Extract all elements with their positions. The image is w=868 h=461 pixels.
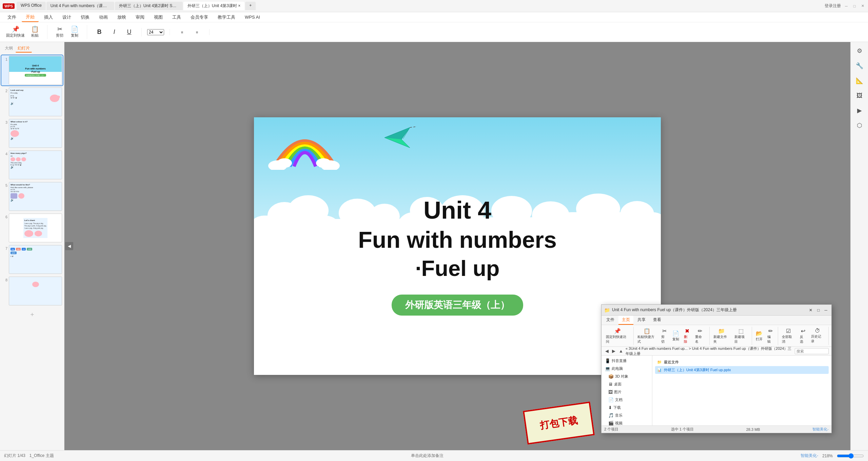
fe-forward-btn[interactable]: ▶ [611,348,616,354]
fe-btn-delete[interactable]: ✖ 删除 [682,327,692,345]
maximize-button[interactable]: □ [852,3,857,9]
tab-4-active[interactable]: 外研三（上）Unit 4第3课时 × [183,2,244,10]
fe-search-input[interactable] [795,348,829,354]
ribbon-tab-file[interactable]: 文件 [3,13,20,22]
ribbon-tab-home[interactable]: 开始 [22,13,39,22]
fe-file-pptx[interactable]: 📊 外研三（上）Unit 4第3课时 Fuel up.pptx [655,366,829,374]
align-left-button[interactable]: ≡ [175,29,189,35]
add-slide-button[interactable]: ＋ [1,307,63,321]
fe-btn-pin[interactable]: 📌 固定到快速访问 [604,327,631,345]
ribbon-tab-insert[interactable]: 插入 [40,13,57,22]
ribbon-tab-wpsai[interactable]: WPS AI [241,13,264,21]
fe-sidebar-music[interactable]: 🎵 音乐 [601,412,652,419]
fe-sidebar-docs[interactable]: 📄 文档 [601,396,652,404]
tab-3[interactable]: 外研三（上）Unit 4第2课时 Speed [115,2,183,10]
audio-icon-3[interactable]: 🔊 [11,137,14,140]
ribbon-btn-bold[interactable]: B [93,28,106,37]
ribbon-btn-paste[interactable]: 📋 粘贴 [28,25,42,39]
ribbon-group-clipboard: 📌 固定到快速 📋 粘贴 [4,25,47,39]
slide-img-8 [9,277,62,305]
fe-sidebar-desktop[interactable]: 🖥 桌面 [601,380,652,388]
left-icon-1[interactable]: ◀ [65,242,73,250]
minimize-button[interactable]: ─ [844,3,849,9]
fe-btn-rename[interactable]: ✏ 重命名 [693,327,706,345]
login-button[interactable]: 登录注册 [825,3,841,9]
right-btn-1[interactable]: ⚙ [853,45,866,57]
file-explorer-window: 📁 Unit 4 Fun with numbers Fuel up（课件）外研版… [601,304,832,433]
fe-rtab-home[interactable]: 主页 [618,316,633,325]
fe-btn-edit[interactable]: ✏ 编辑 [766,327,775,345]
ribbon-btn-italic[interactable]: I [107,28,121,37]
fe-sidebar-pc[interactable]: 💻 此电脑 [601,365,652,373]
fe-close-btn[interactable]: ✕ [808,308,814,313]
fe-sidebar-pictures[interactable]: 🖼 图片 [601,388,652,396]
ribbon-tab-design[interactable]: 设计 [58,13,75,22]
fe-sidebar-douyin[interactable]: 📱 抖音直播 [601,357,652,365]
fe-btn-select-all[interactable]: ☑ 全部取消 [780,327,796,345]
add-tab-button[interactable]: + [245,2,256,10]
fe-btn-copy[interactable]: 📄 复制 [671,329,681,343]
ribbon-tab-vip[interactable]: 会员专享 [186,13,212,22]
ribbon-btn-pin[interactable]: 📌 固定到快速 [4,25,27,39]
zoom-slider[interactable] [837,453,864,459]
audio-icon-5[interactable]: 🔊 [11,199,14,202]
fe-btn-cut[interactable]: ✂ 剪切 [659,327,669,345]
fe-btn-group-clipboard: 📋 粘贴快捷方式 ✂ 剪切 📄 复制 ✖ 删除 [636,327,710,345]
audio-icon-2[interactable]: 🔊 [11,102,14,105]
ribbon-group-align: ≡ ≡ [175,29,210,35]
slide-thumb-7[interactable]: 7 big pig six milk pink i /ɪ/ [1,244,63,275]
fe-btn-group-open: 📂 打开 ✏ 编辑 [754,327,778,345]
audio-icon-4[interactable]: 🔊 [11,166,14,169]
fe-sidebar-3d[interactable]: 📦 3D 对象 [601,373,652,380]
ribbon-tab-tools[interactable]: 工具 [168,13,185,22]
slide-thumb-5[interactable]: 5 What would he like? He'd like some mil… [1,181,63,212]
right-btn-5[interactable]: ▶ [853,104,866,117]
fe-folder-recent[interactable]: 📁 最近文件 [655,358,829,366]
fe-btn-open[interactable]: 📂 打开 [754,329,764,343]
fe-max-btn[interactable]: □ [816,308,821,313]
slide-thumb-8[interactable]: 8 [1,276,63,306]
fe-back-btn[interactable]: ◀ [604,348,610,354]
fe-rtab-share[interactable]: 共享 [634,316,649,325]
right-btn-6[interactable]: ⬡ [853,119,866,132]
tab-1[interactable]: WPS Office [17,2,46,10]
fe-rtab-file[interactable]: 文件 [603,316,618,325]
smart-optimize[interactable]: 智能美化- [801,453,818,459]
ribbon-tab-transitions[interactable]: 切换 [77,13,94,22]
ribbon-tab-view[interactable]: 视图 [150,13,167,22]
fe-min-btn[interactable]: ─ [823,308,829,313]
close-button[interactable]: ✕ [860,3,865,9]
font-size-select[interactable]: 24283236 [147,29,164,35]
fe-rtab-view[interactable]: 查看 [650,316,665,325]
right-btn-4[interactable]: 🖼 [853,89,866,102]
right-btn-3[interactable]: 📐 [853,75,866,87]
fe-smart-icon[interactable]: 智能美化- [812,427,829,432]
slide-thumb-3[interactable]: 3 What colour is it? It's pink. p·i·n·k/… [1,118,63,148]
ribbon-tab-review[interactable]: 审阅 [132,13,149,22]
outline-toggle[interactable]: 大纲 [3,45,15,53]
align-center-button[interactable]: ≡ [190,29,204,35]
ribbon-btn-underline[interactable]: U [122,28,136,37]
slide-thumb-2[interactable]: 2 Look and say It's a pig. p·i·g/p/ /ɪ/ … [1,87,63,117]
slide-thumb-6[interactable]: 6 Let's chant I see a pig. The pig is bi… [1,213,63,243]
fe-sidebar-videos[interactable]: 🎬 视频 [601,419,652,425]
tab-2[interactable]: Unit 4 Fun with numbers（课件）+量 [46,2,114,10]
fe-btn-history[interactable]: ⏱ 历史记录 [809,327,826,345]
ribbon-btn-copy[interactable]: 📄 复制 [68,25,81,39]
fe-sidebar-downloads[interactable]: ⬇ 下载 [601,404,652,412]
slide-thumb-4[interactable]: 4 How many pigs? six This one is big. b·… [1,150,63,180]
fe-btn-new-item[interactable]: ⬚ 新建项目 [733,327,749,345]
right-btn-2[interactable]: 🔧 [853,60,866,72]
ribbon-tab-slideshow[interactable]: 放映 [113,13,130,22]
fe-btn-new-folder[interactable]: 📁 新建文件夹 [712,327,731,345]
fe-btn-paste[interactable]: 📋 粘贴快捷方式 [636,327,658,345]
notes-hint[interactable]: 单击此处添加备注 [54,453,801,459]
ribbon-btn-cut[interactable]: ✂ 剪切 [53,25,66,39]
ribbon-tab-teaching[interactable]: 教学工具 [214,13,239,22]
fe-up-btn[interactable]: ▲ [618,348,624,354]
ribbon-tab-animations[interactable]: 动画 [95,13,112,22]
slide-thumb-1[interactable]: 1 Unit 4 Fun with numbers ·Fuel up 外研版英语… [1,55,63,85]
slides-toggle[interactable]: 幻灯片 [16,45,32,53]
fe-btn-invert-select[interactable]: ↩ 反选 [798,327,808,345]
status-right: 智能美化- 218% [801,453,864,459]
